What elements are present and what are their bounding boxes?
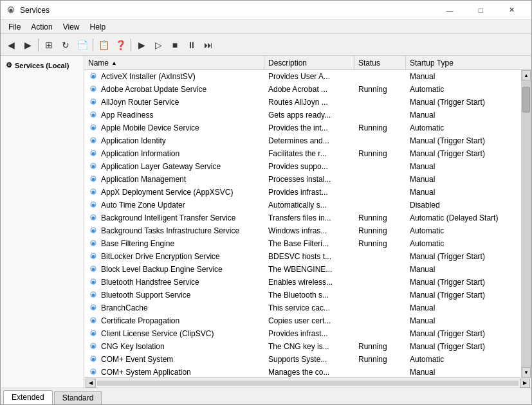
scroll-right-button[interactable]: ▶ (520, 379, 530, 388)
service-description: The Base Filteri... (264, 239, 354, 249)
left-panel-header: ⚙ Services (Local) (3, 59, 81, 72)
restart-service-button[interactable]: ⏭ (201, 37, 216, 53)
service-description: Gets apps ready... (264, 110, 354, 120)
menu-view[interactable]: View (58, 21, 85, 33)
service-description: Routes AllJoyn ... (264, 97, 354, 107)
svg-point-19 (91, 306, 95, 309)
maximize-button[interactable]: □ (466, 1, 495, 19)
table-row[interactable]: AppX Deployment Service (AppXSVC)Provide… (84, 186, 521, 199)
service-status: Running (354, 239, 406, 249)
service-description: Adobe Acrobat ... (264, 84, 354, 94)
service-status (354, 372, 406, 373)
service-name: COM+ Event System (101, 355, 173, 364)
start-service2-button[interactable]: ▷ (151, 37, 166, 53)
left-panel-label: Services (Local) (15, 62, 69, 69)
stop-service-button[interactable]: ■ (167, 37, 183, 53)
menu-help[interactable]: Help (85, 21, 111, 33)
table-row[interactable]: COM+ Event SystemSupports Syste...Runnin… (84, 353, 521, 366)
help-icon-button[interactable]: ❓ (113, 37, 128, 53)
service-description: Processes instal... (264, 174, 354, 184)
service-startup-type: Automatic (406, 239, 521, 249)
table-row[interactable]: Application Layer Gateway ServiceProvide… (84, 160, 521, 173)
tab-extended[interactable]: Extended (3, 390, 53, 404)
service-startup-type: Manual (406, 187, 521, 197)
table-row[interactable]: BitLocker Drive Encryption ServiceBDESVC… (84, 250, 521, 263)
service-icon (88, 239, 98, 249)
pause-service-button[interactable]: ⏸ (184, 37, 199, 53)
show-hide-button[interactable]: ⊞ (41, 37, 57, 53)
properties-button[interactable]: 📋 (96, 37, 111, 53)
minimize-button[interactable]: — (435, 1, 464, 19)
table-row[interactable]: Certificate PropagationCopies user cert.… (84, 314, 521, 327)
vertical-scrollbar[interactable]: ▲ ▼ (521, 70, 531, 377)
forward-button[interactable]: ▶ (20, 37, 35, 53)
col-header-status[interactable]: Status (354, 56, 406, 69)
table-header: Name ▲ Description Status Startup Type (84, 56, 531, 70)
service-startup-type: Manual (Trigger Start) (406, 341, 521, 352)
service-icon (88, 174, 98, 184)
menu-action[interactable]: Action (26, 21, 57, 33)
service-icon (88, 110, 98, 120)
scroll-left-button[interactable]: ◀ (86, 379, 96, 388)
col-header-description[interactable]: Description (264, 56, 354, 69)
service-name: CNG Key Isolation (101, 342, 165, 351)
service-startup-type: Automatic (406, 226, 521, 236)
h-scroll-track[interactable] (97, 381, 518, 386)
refresh-button[interactable]: ↻ (58, 37, 73, 53)
svg-point-22 (91, 345, 95, 348)
table-row[interactable]: Bluetooth Handsfree ServiceEnables wirel… (84, 276, 521, 289)
service-name: Background Tasks Infrastructure Service (101, 226, 239, 235)
table-row[interactable]: Client License Service (ClipSVC)Provides… (84, 327, 521, 340)
table-row[interactable]: Application InformationFacilitates the r… (84, 147, 521, 160)
service-name: Base Filtering Engine (101, 239, 174, 248)
table-row[interactable]: Base Filtering EngineThe Base Filteri...… (84, 237, 521, 250)
service-icon (88, 290, 98, 300)
menu-file[interactable]: File (3, 21, 26, 33)
service-startup-type: Manual (Trigger Start) (406, 136, 521, 146)
service-icon (88, 161, 98, 172)
table-row[interactable]: Bluetooth Support ServiceThe Bluetooth s… (84, 289, 521, 302)
scroll-down-button[interactable]: ▼ (522, 367, 531, 377)
table-row[interactable]: Adobe Acrobat Update ServiceAdobe Acroba… (84, 83, 521, 96)
start-service-button[interactable]: ▶ (134, 37, 149, 53)
tab-standard[interactable]: Standard (54, 391, 102, 404)
service-status (354, 179, 406, 180)
scroll-up-button[interactable]: ▲ (522, 70, 531, 80)
table-row[interactable]: Apple Mobile Device ServiceProvides the … (84, 122, 521, 134)
service-description: Provides infrast... (264, 328, 354, 339)
table-row[interactable]: COM+ System ApplicationManages the co...… (84, 366, 521, 377)
right-panel: Name ▲ Description Status Startup Type (84, 56, 531, 388)
service-status (354, 76, 406, 77)
table-row[interactable]: Application IdentityDetermines and...Man… (84, 134, 521, 147)
left-panel-icon: ⚙ (6, 61, 12, 69)
service-icon (88, 200, 98, 210)
table-row[interactable]: Background Tasks Infrastructure ServiceW… (84, 224, 521, 237)
table-row[interactable]: Application ManagementProcesses instal..… (84, 173, 521, 186)
table-row[interactable]: BranchCacheThis service cac...Manual (84, 302, 521, 314)
table-row[interactable]: Auto Time Zone UpdaterAutomatically s...… (84, 199, 521, 212)
back-button[interactable]: ◀ (3, 37, 19, 53)
table-row[interactable]: CNG Key IsolationThe CNG key is...Runnin… (84, 340, 521, 353)
horizontal-scrollbar[interactable]: ◀ ▶ (84, 377, 531, 388)
scroll-thumb[interactable] (522, 87, 530, 113)
svg-point-5 (91, 126, 95, 129)
export-button[interactable]: 📄 (75, 37, 90, 53)
service-name: AppX Deployment Service (AppXSVC) (101, 188, 233, 197)
table-row[interactable]: ActiveX Installer (AxInstSV)Provides Use… (84, 70, 521, 83)
service-status (354, 102, 406, 103)
table-row[interactable]: App ReadinessGets apps ready...Manual (84, 109, 521, 122)
table-row[interactable]: Background Intelligent Transfer ServiceT… (84, 212, 521, 224)
service-status (354, 114, 406, 116)
col-header-name[interactable]: Name ▲ (84, 56, 264, 69)
close-button[interactable]: ✕ (497, 1, 526, 19)
service-name: Certificate Propagation (101, 316, 179, 325)
service-startup-type: Manual (406, 264, 521, 274)
table-row[interactable]: AllJoyn Router ServiceRoutes AllJoyn ...… (84, 96, 521, 109)
service-name: Adobe Acrobat Update Service (101, 85, 206, 94)
table-row[interactable]: Block Level Backup Engine ServiceThe WBE… (84, 263, 521, 276)
scroll-track[interactable] (522, 80, 531, 367)
svg-point-17 (91, 280, 95, 284)
service-description: BDESVC hosts t... (264, 251, 354, 262)
service-startup-type: Automatic (406, 84, 521, 94)
col-header-startup[interactable]: Startup Type (406, 56, 531, 69)
